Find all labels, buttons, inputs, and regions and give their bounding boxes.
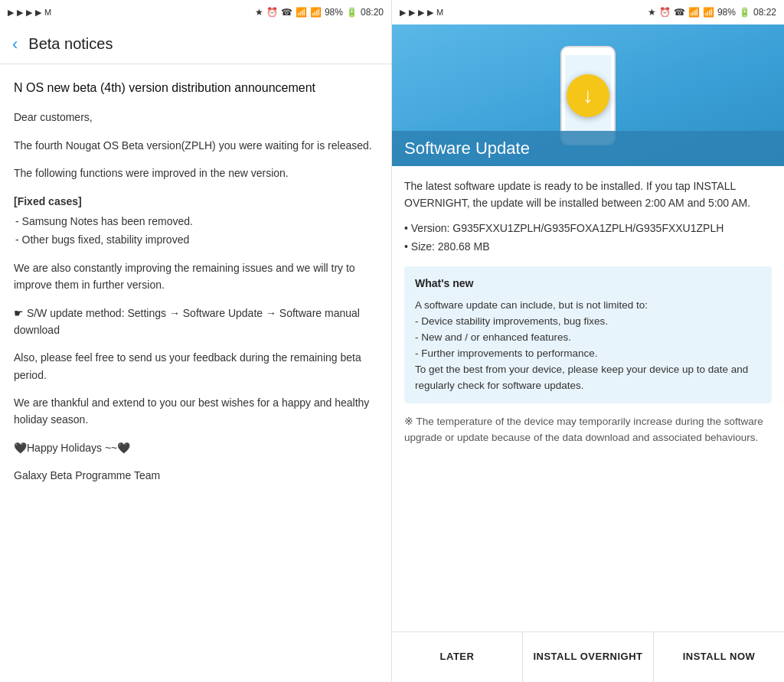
- improvements-note: The following functions were improved in…: [14, 165, 377, 181]
- whats-new-box: What's new A software update can include…: [404, 266, 772, 403]
- status-icons-left: ▶ ▶ ▶ ▶ M: [8, 8, 51, 18]
- signal-icon-r: 📶: [703, 7, 714, 18]
- version-label: • Version: G935FXXU1ZPLH/G935FOXA1ZPLH/G…: [404, 220, 772, 237]
- header-bar-left: ‹ Beta notices: [0, 24, 391, 64]
- whats-new-title: What's new: [415, 276, 761, 292]
- fixed-cases-label: [Fixed cases]: [14, 193, 377, 210]
- status-icons-right-left: ▶ ▶ ▶ ▶ M: [400, 8, 443, 18]
- size-label: • Size: 280.68 MB: [404, 239, 772, 256]
- page-title: Beta notices: [28, 35, 113, 53]
- status-icons-right: ★ ⏰ ☎ 📶 📶 98% 🔋 08:20: [255, 7, 384, 18]
- back-button[interactable]: ‹: [12, 34, 18, 54]
- install-now-button[interactable]: INSTALL NOW: [654, 632, 784, 682]
- later-button[interactable]: LATER: [392, 632, 523, 682]
- improving-note: We are also constantly improving the rem…: [14, 259, 377, 294]
- battery-icon-left: 🔋: [346, 7, 358, 18]
- holiday-section: 🖤Happy Holidays ~~🖤 Galaxy Beta Programm…: [14, 439, 377, 485]
- battery-percent-right: 98%: [717, 7, 736, 18]
- alarm-icon: ⏰: [266, 7, 278, 18]
- time-left: 08:20: [361, 7, 384, 18]
- whats-new-text: A software update can include, but is no…: [415, 298, 761, 394]
- greeting: Dear customers,: [14, 109, 377, 126]
- install-overnight-button[interactable]: INSTALL OVERNIGHT: [523, 632, 654, 682]
- update-hero: Software Update: [392, 24, 784, 166]
- release-note: The fourth Nougat OS Beta version(ZPLH) …: [14, 137, 377, 154]
- left-panel: ▶ ▶ ▶ ▶ M ★ ⏰ ☎ 📶 📶 98% 🔋 08:20 ‹ Beta n…: [0, 0, 392, 682]
- alarm-icon-r: ⏰: [659, 7, 671, 18]
- status-bar-left: ▶ ▶ ▶ ▶ M ★ ⏰ ☎ 📶 📶 98% 🔋 08:20: [0, 0, 391, 24]
- notification-icon-4: ▶: [35, 8, 41, 18]
- time-right: 08:22: [753, 7, 776, 18]
- bluetooth-icon-r: ★: [648, 7, 656, 18]
- fixed-cases-list: - Samsung Notes has been removed. - Othe…: [14, 213, 377, 249]
- update-description: The latest software update is ready to b…: [404, 178, 772, 211]
- sw-update-note: ☛ S/W update method: Settings → Software…: [14, 305, 377, 339]
- notif-icon-r3: ▶: [418, 8, 424, 18]
- notif-icon-r2: ▶: [409, 8, 415, 18]
- version-info: • Version: G935FXXU1ZPLH/G935FOXA1ZPLH/G…: [404, 220, 772, 255]
- notif-icon-r1: ▶: [400, 8, 406, 18]
- bluetooth-icon: ★: [255, 7, 263, 18]
- signal-icon: 📶: [310, 7, 322, 18]
- battery-icon-right: 🔋: [739, 7, 750, 18]
- feedback-note: Also, please feel free to send us your f…: [14, 349, 377, 383]
- download-arrow: [550, 38, 626, 153]
- team-name: Galaxy Beta Programme Team: [14, 467, 377, 484]
- call-icon: ☎: [281, 7, 292, 18]
- action-buttons: LATER INSTALL OVERNIGHT INSTALL NOW: [392, 631, 784, 682]
- right-content: The latest software update is ready to b…: [392, 166, 784, 631]
- download-icon: [567, 74, 609, 117]
- notif-icon-r5: M: [436, 8, 443, 17]
- notification-icon-3: ▶: [26, 8, 32, 18]
- holiday-greeting: 🖤Happy Holidays ~~🖤: [14, 439, 377, 456]
- notification-icon-5: M: [44, 8, 51, 17]
- notification-icon-1: ▶: [8, 8, 14, 18]
- battery-percent-left: 98%: [325, 7, 343, 18]
- wifi-icon: 📶: [296, 7, 307, 18]
- left-content: N OS new beta (4th) version distribution…: [0, 64, 391, 682]
- bullet-item-1: - Samsung Notes has been removed.: [15, 213, 377, 230]
- notification-icon-2: ▶: [17, 8, 23, 18]
- call-icon-r: ☎: [674, 7, 685, 18]
- status-bar-right: ▶ ▶ ▶ ▶ M ★ ⏰ ☎ 📶 📶 98% 🔋 08:22: [392, 0, 784, 24]
- status-icons-right-right: ★ ⏰ ☎ 📶 📶 98% 🔋 08:22: [648, 7, 776, 18]
- right-panel: ▶ ▶ ▶ ▶ M ★ ⏰ ☎ 📶 📶 98% 🔋 08:22 Software: [392, 0, 784, 682]
- wifi-icon-r: 📶: [688, 7, 700, 18]
- bullet-item-2: - Other bugs fixed, stability improved: [15, 231, 377, 248]
- announcement-heading: N OS new beta (4th) version distribution…: [14, 80, 377, 96]
- temp-notice: ※ The temperature of the device may temp…: [404, 414, 772, 446]
- thankful-note: We are thankful and extend to you our be…: [14, 394, 377, 429]
- phone-illustration: [550, 38, 626, 153]
- notif-icon-r4: ▶: [427, 8, 433, 18]
